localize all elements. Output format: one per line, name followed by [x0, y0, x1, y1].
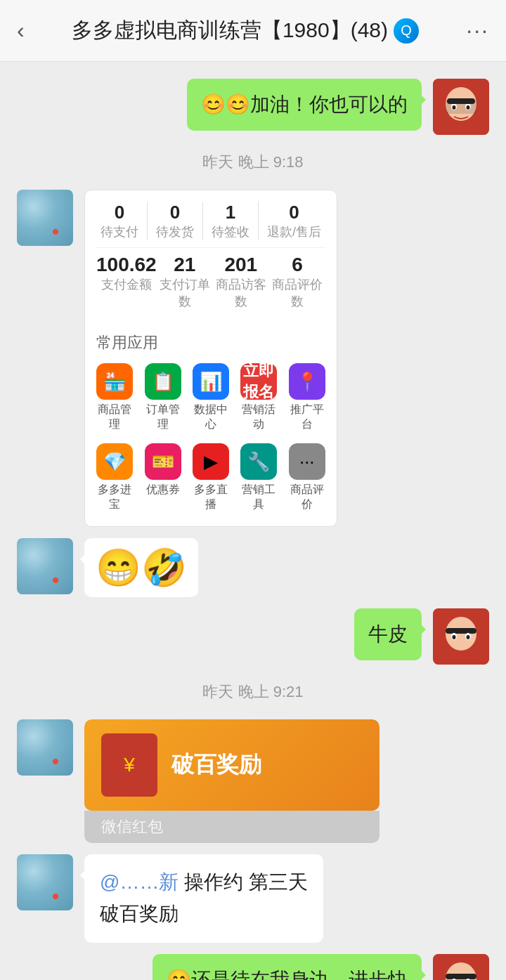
- app-icon-goods: 🏪: [96, 363, 133, 400]
- app-tools[interactable]: 🔧 营销工具: [235, 438, 283, 518]
- avatar-left: [17, 190, 73, 246]
- app-icon-coupon: 🎫: [145, 443, 181, 480]
- stat-orders: 21 支付订单数: [157, 254, 213, 310]
- svg-point-6: [467, 105, 470, 110]
- timestamp-2: 昨天 晚上 9:21: [0, 681, 506, 703]
- stat-pending-ship: 0 待发货: [156, 202, 194, 240]
- emoji-content: 😁🤣: [96, 547, 187, 588]
- avatar-right: [433, 79, 489, 135]
- bubble-niupi: 牛皮: [354, 608, 422, 660]
- back-button[interactable]: ‹: [17, 18, 25, 44]
- timestamp: 昨天 晚上 9:18: [0, 152, 506, 173]
- chat-area: 😊😊加油！你也可以的 昨天 晚上 9:18 0 待支付 0 待发货: [0, 62, 506, 980]
- stat-payment: 100.62 支付金额: [96, 254, 157, 310]
- svg-rect-7: [447, 98, 475, 104]
- avatar-left-4: [17, 854, 73, 910]
- app-promote[interactable]: 📍 推广平台: [283, 358, 331, 438]
- msg-row: 😊😊加油！你也可以的: [0, 73, 506, 141]
- red-packet-footer: 微信红包: [84, 811, 379, 843]
- card-stats-row2: 100.62 支付金额 21 支付订单数 201 商品访客数 6 商品评价数: [96, 247, 325, 315]
- app-card[interactable]: 0 待支付 0 待发货 1 待签收 0: [84, 190, 337, 527]
- red-packet-icon: ¥: [101, 733, 157, 797]
- app-icon-data: 📊: [193, 363, 229, 400]
- app-reviews[interactable]: ··· 商品评价: [283, 438, 331, 518]
- msg-row-niupi: 牛皮: [0, 603, 506, 670]
- more-button[interactable]: ···: [466, 18, 489, 44]
- svg-point-13: [453, 635, 456, 639]
- stat-pending-receive: 1 待签收: [212, 202, 249, 240]
- last-text: 😊还是待在我身边，进步快: [167, 969, 408, 980]
- msg-row-last: 😊还是待在我身边，进步快: [0, 948, 506, 980]
- msg-row-redpacket: ¥ 破百奖励 微信红包: [0, 714, 506, 849]
- app-icon-tools: 🔧: [240, 443, 277, 480]
- app-icon-jinbao: 💎: [96, 443, 133, 480]
- app-live[interactable]: ▶ 多多直播: [187, 438, 235, 518]
- svg-rect-10: [446, 628, 476, 634]
- app-icon-live: ▶: [193, 443, 229, 480]
- common-apps-title: 常用应用: [85, 327, 337, 358]
- avatar-right-3: [433, 954, 489, 980]
- svg-point-14: [467, 635, 470, 639]
- svg-point-5: [453, 105, 456, 110]
- timestamp-text-2: 昨天 晚上 9:21: [202, 683, 303, 700]
- app-icon-order: 📋: [145, 363, 181, 400]
- avatar-right-2: [433, 608, 489, 665]
- app-coupon[interactable]: 🎫 优惠券: [138, 438, 186, 518]
- msg-row-mention: @……新 操作约 第三天 破百奖励: [0, 849, 506, 948]
- stat-refund: 0 退款/售后: [267, 202, 321, 240]
- app-order-mgmt[interactable]: 📋 订单管理: [138, 358, 186, 438]
- bubble-last: 😊还是待在我身边，进步快: [153, 954, 422, 980]
- avatar-left-2: [17, 538, 73, 594]
- bubble-right: 😊😊加油！你也可以的: [187, 79, 422, 131]
- msg-text: 😊😊加油！你也可以的: [201, 93, 408, 115]
- timestamp-text: 昨天 晚上 9:18: [202, 153, 303, 171]
- stat-reviews: 6 商品评价数: [269, 254, 325, 310]
- red-packet-title: 破百奖励: [171, 750, 261, 780]
- title-text: 多多虚拟电商训练营【1980】(48): [72, 16, 388, 45]
- mention-name: @……新: [100, 871, 179, 893]
- app-duoduo-jinbao[interactable]: 💎 多多进宝: [91, 438, 138, 518]
- red-packet[interactable]: ¥ 破百奖励: [84, 719, 379, 811]
- app-data-center[interactable]: 📊 数据中心: [187, 358, 235, 438]
- niupi-text: 牛皮: [368, 623, 408, 645]
- chat-header: ‹ 多多虚拟电商训练营【1980】(48) Q ···: [0, 0, 506, 62]
- stat-visitors: 201 商品访客数: [213, 254, 269, 310]
- mention-bubble: @……新 操作约 第三天 破百奖励: [84, 854, 323, 943]
- svg-rect-17: [446, 974, 476, 979]
- app-icon-marketing: 立即报名: [240, 363, 277, 400]
- mention-text1: 操作约 第三天: [184, 871, 308, 893]
- apps-grid: 🏪 商品管理 📋 订单管理 📊 数据中心 立即报名 营销活动: [85, 358, 337, 526]
- app-marketing[interactable]: 立即报名 营销活动: [235, 358, 283, 438]
- app-icon-promote: 📍: [289, 363, 325, 400]
- chat-title: 多多虚拟电商训练营【1980】(48) Q: [72, 16, 419, 45]
- msg-row-card: 0 待支付 0 待发货 1 待签收 0: [0, 184, 506, 533]
- emoji-bubble: 😁🤣: [84, 538, 198, 597]
- qq-icon: Q: [394, 18, 419, 44]
- red-packet-bubble[interactable]: ¥ 破百奖励 微信红包: [84, 719, 379, 843]
- mention-text2: 破百奖励: [100, 903, 179, 925]
- app-icon-reviews: ···: [289, 443, 325, 480]
- avatar-left-3: [17, 719, 73, 776]
- card-stats-row1: 0 待支付 0 待发货 1 待签收 0: [96, 202, 325, 240]
- stat-pending-pay: 0 待支付: [100, 202, 138, 240]
- msg-row-emoji: 😁🤣: [0, 533, 506, 603]
- app-goods-mgmt[interactable]: 🏪 商品管理: [91, 358, 138, 438]
